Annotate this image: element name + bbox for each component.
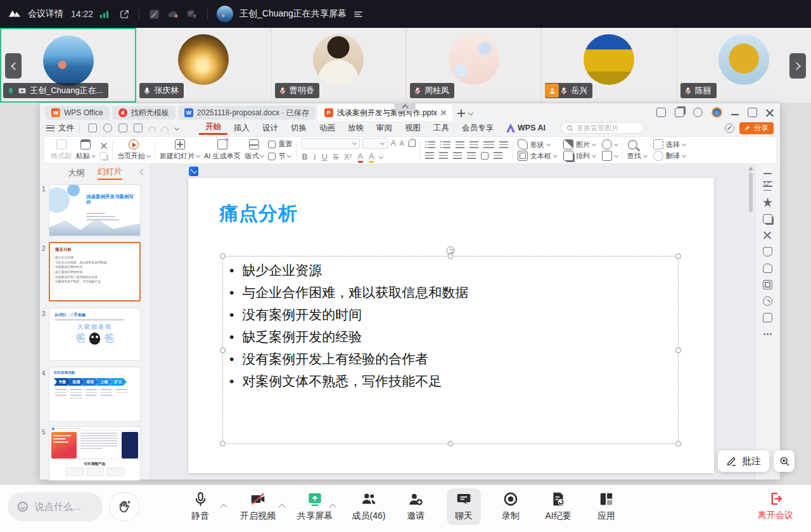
strikethrough-button[interactable]: S: [333, 153, 338, 162]
bullet-list-icon[interactable]: [425, 141, 435, 148]
bold-button[interactable]: B: [302, 153, 307, 162]
slide-canvas[interactable]: 痛点分析 缺少企业资源 与企业合作困难，难以获取信息和数据 没有案例开发的时间: [151, 164, 755, 479]
comment-pane-icon[interactable]: [763, 313, 772, 322]
hamburger-icon[interactable]: [46, 125, 54, 131]
strip-scroll-right-button[interactable]: [789, 53, 806, 79]
superscript-button[interactable]: X²: [344, 153, 352, 162]
account-avatar[interactable]: [712, 107, 722, 118]
resize-handle[interactable]: [675, 347, 681, 353]
raise-hand-button[interactable]: [109, 492, 139, 521]
undo-icon[interactable]: [148, 127, 156, 132]
menu-tools[interactable]: 工具: [427, 121, 456, 135]
tab-docx-document[interactable]: W 20251118-proposal.docx · 已保存: [178, 106, 316, 120]
font-size-select[interactable]: [362, 138, 388, 149]
translate-button[interactable]: 翻译: [653, 151, 686, 161]
resource-library-icon[interactable]: [763, 263, 772, 273]
new-slide-button[interactable]: 新建幻灯片: [160, 139, 200, 161]
justify-icon[interactable]: [467, 152, 476, 159]
italic-button[interactable]: I: [313, 153, 316, 162]
underline-button[interactable]: U: [322, 153, 328, 162]
slide-thumbnail-5[interactable]: 钉钉旗舰产品: [49, 426, 141, 481]
menu-wps-ai[interactable]: WPS AI: [500, 121, 552, 135]
close-tab-icon[interactable]: [441, 110, 446, 115]
bullet-item[interactable]: 对案例文体不熟悉，写作技能不足: [229, 370, 468, 392]
bullet-item[interactable]: 没有案例开发的时间: [229, 303, 468, 326]
layout-button[interactable]: 版式: [245, 139, 264, 161]
bullet-item[interactable]: 没有案例开发上有经验的合作者: [229, 348, 468, 370]
menu-transition[interactable]: 切换: [284, 121, 313, 135]
resize-handle[interactable]: [448, 253, 454, 259]
strip-scroll-left-button[interactable]: [5, 53, 22, 79]
slide-thumbnail-1[interactable]: 浅谈案例开发与案例写作: [49, 184, 141, 236]
workspace-icon[interactable]: [675, 108, 684, 117]
scrollbar-thumb[interactable]: [749, 173, 753, 212]
quick-chat-input[interactable]: 说点什么...: [8, 492, 103, 521]
search-tool-icon[interactable]: [627, 141, 647, 149]
search-input[interactable]: 更换背景图片: [561, 122, 644, 134]
menu-view[interactable]: 视图: [399, 121, 427, 135]
more-dropdown-icon[interactable]: [174, 125, 179, 130]
collapse-pane-icon[interactable]: [763, 173, 772, 174]
font-family-select[interactable]: [302, 138, 360, 149]
redo-icon[interactable]: [161, 127, 169, 132]
copy-icon[interactable]: [99, 152, 107, 160]
output-icon[interactable]: [103, 124, 112, 132]
reset-button[interactable]: 重置: [268, 139, 292, 149]
print-preview-icon[interactable]: [134, 124, 143, 132]
tab-list-dropdown-icon[interactable]: [468, 110, 473, 115]
text-effects-dropdown-icon[interactable]: [379, 154, 383, 158]
find-button[interactable]: 查找: [627, 151, 647, 161]
resize-handle[interactable]: [448, 441, 454, 446]
assistant-icon[interactable]: [656, 108, 666, 117]
slide-thumbnail-3[interactable]: 从0到1：二手改编 大家都是我 爸 爸: [49, 308, 141, 361]
align-right-icon[interactable]: [453, 152, 462, 159]
shape-button[interactable]: 形状: [518, 139, 557, 149]
current-slide[interactable]: 痛点分析 缺少企业资源 与企业合作困难，难以获取信息和数据 没有案例开发的时间: [188, 178, 714, 473]
font-color-button[interactable]: A: [358, 152, 363, 163]
close-button[interactable]: [766, 109, 774, 117]
members-button[interactable]: 成员(46): [343, 491, 394, 522]
decrease-indent-icon[interactable]: [456, 141, 464, 148]
annotation-disabled-icon[interactable]: [148, 8, 160, 20]
print-icon[interactable]: [118, 124, 127, 132]
resize-handle[interactable]: [675, 441, 681, 446]
tab-wps-home[interactable]: W WPS Office: [45, 106, 110, 120]
wps-assistant-floater-icon[interactable]: [189, 167, 198, 176]
meeting-detail-link[interactable]: 会议详情: [28, 8, 63, 20]
file-menu[interactable]: 文件: [58, 123, 74, 134]
ai-minutes-button[interactable]: AI纪要: [538, 491, 578, 522]
eye-protection-icon[interactable]: [725, 124, 734, 133]
bullet-item[interactable]: 与企业合作困难，难以获取信息和数据: [229, 281, 468, 303]
interpretation-audio-icon[interactable]: [186, 8, 198, 20]
align-left-icon[interactable]: [425, 152, 434, 159]
cutout-tool-icon[interactable]: [763, 231, 772, 240]
tab-pptx-active[interactable]: P 浅谈案例开发与案例写作.pptx: [318, 104, 452, 121]
slides-tab[interactable]: 幻灯片: [98, 166, 122, 180]
menu-slideshow[interactable]: 放映: [342, 121, 370, 135]
ai-generate-page-button[interactable]: AI 生成单页: [204, 139, 240, 161]
arrange-button[interactable]: 排列: [563, 151, 596, 161]
menu-insert[interactable]: 插入: [227, 121, 256, 135]
clear-format-icon[interactable]: [408, 139, 416, 147]
tab-docer-templates[interactable]: d 找稻壳模板: [112, 106, 176, 120]
new-tab-button[interactable]: [456, 108, 466, 118]
cut-icon[interactable]: [100, 142, 106, 148]
more-tools-icon[interactable]: [763, 329, 772, 339]
text-direction-icon[interactable]: [483, 141, 494, 148]
increase-indent-icon[interactable]: [469, 141, 478, 148]
participant-tile[interactable]: 曹明香: [272, 28, 407, 103]
slide-title[interactable]: 痛点分析: [219, 201, 298, 227]
participant-tile[interactable]: 张庆林: [136, 28, 271, 103]
avatar-insert-button[interactable]: [602, 139, 618, 149]
canvas-scrollbar[interactable]: [748, 165, 753, 478]
start-video-button[interactable]: 开启视频: [238, 491, 278, 522]
select-button[interactable]: 选择: [653, 139, 686, 149]
menu-review[interactable]: 审阅: [370, 121, 399, 135]
play-from-page-button[interactable]: 当页开始: [117, 139, 150, 161]
paragraph-settings-icon[interactable]: [494, 152, 502, 159]
shrink-font-button[interactable]: A: [400, 139, 404, 147]
format-painter-button[interactable]: 格式刷: [51, 139, 72, 161]
minimize-button[interactable]: [731, 114, 739, 115]
menu-design[interactable]: 设计: [256, 121, 284, 135]
line-spacing-icon[interactable]: [499, 141, 508, 148]
